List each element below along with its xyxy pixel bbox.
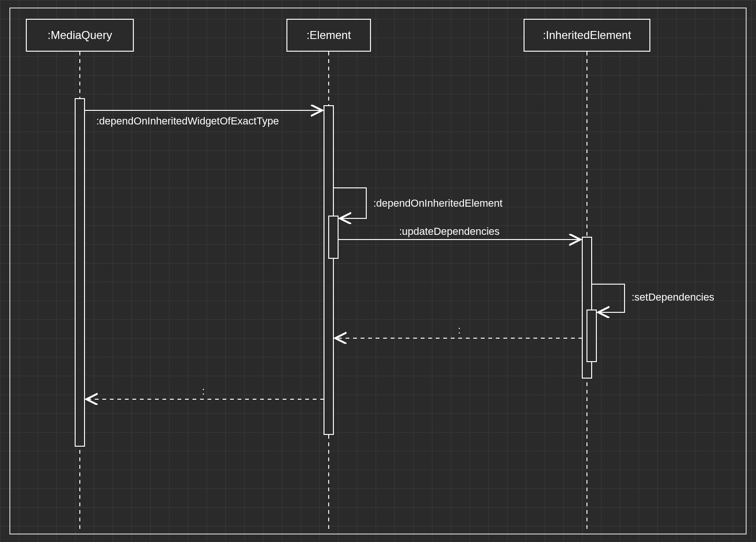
svg-rect-3 [75, 99, 85, 446]
message-label-m2: :dependOnInheritedElement [373, 197, 502, 209]
message-label-r1: : [458, 324, 461, 336]
message-label-m1: :dependOnInheritedWidgetOfExactType [96, 115, 279, 127]
message-label-m3: :updateDependencies [399, 225, 500, 238]
svg-rect-5 [329, 216, 338, 258]
svg-rect-7 [587, 310, 596, 362]
sequence-diagram-svg [0, 0, 756, 542]
message-label-r2: : [202, 385, 205, 397]
message-label-m4: :setDependencies [632, 291, 714, 303]
svg-rect-4 [324, 106, 333, 434]
